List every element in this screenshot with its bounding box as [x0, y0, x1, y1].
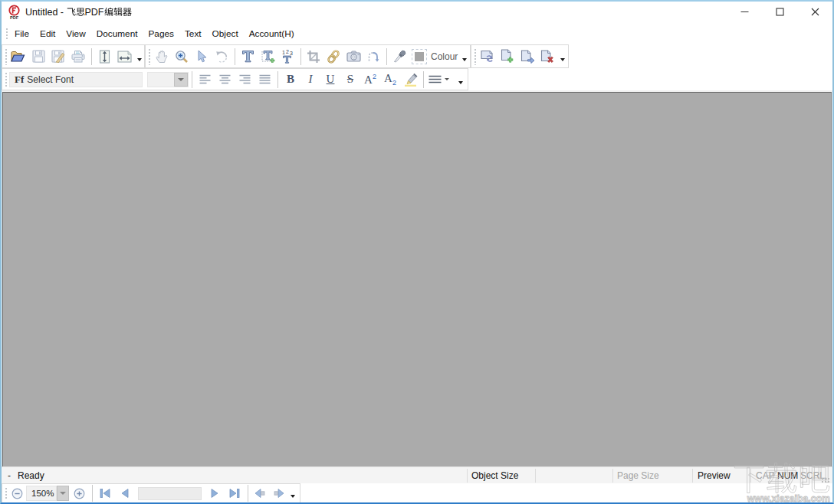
last-page-icon	[229, 489, 240, 498]
menu-object[interactable]: Object	[207, 25, 244, 43]
extract-pages-icon	[520, 50, 535, 64]
dropdown-caret-icon	[458, 81, 463, 84]
svg-text:2: 2	[286, 49, 289, 54]
first-page-button[interactable]	[95, 483, 115, 503]
fit-options-dropdown[interactable]	[134, 47, 144, 67]
crop-button[interactable]	[304, 47, 323, 67]
add-text-number-icon: 1 2 3	[281, 49, 294, 64]
svg-text:1: 1	[282, 50, 285, 55]
separator-line	[235, 48, 235, 65]
colour-dropdown[interactable]	[459, 47, 469, 67]
save-edit-icon	[51, 50, 66, 63]
rotate-pages-button[interactable]	[478, 47, 497, 67]
pages-toolbar-dropdown[interactable]	[557, 47, 567, 67]
previous-page-button[interactable]	[115, 483, 135, 503]
status-object-size: Object Size	[471, 470, 518, 481]
format-toolbar-overflow[interactable]	[455, 70, 465, 90]
eyedropper-button[interactable]	[389, 47, 409, 67]
line-width-button[interactable]	[426, 70, 443, 90]
page-number-input[interactable]	[138, 487, 202, 500]
navigation-toolbar-overflow[interactable]	[287, 483, 297, 503]
underline-button[interactable]: U	[320, 70, 340, 90]
open-button[interactable]	[8, 47, 28, 67]
zoom-in-button[interactable]	[69, 483, 89, 503]
hand-tool-button[interactable]	[152, 47, 172, 67]
tools-toolbar-grip[interactable]	[146, 47, 152, 65]
font-size-value	[148, 73, 174, 87]
snapshot-button[interactable]	[343, 47, 363, 67]
select-tool-button[interactable]	[192, 47, 212, 67]
zoom-out-button[interactable]	[8, 483, 25, 503]
strikethrough-button[interactable]: S	[340, 70, 360, 90]
link-button[interactable]	[323, 47, 343, 67]
curve-button[interactable]	[363, 47, 383, 67]
add-text-number-button[interactable]: 1 2 3	[277, 47, 297, 67]
align-center-icon	[219, 74, 231, 84]
pages-toolbar-grip[interactable]	[472, 47, 478, 65]
zoom-level-combobox[interactable]: 150%	[26, 486, 69, 501]
highlight-button[interactable]	[400, 70, 420, 90]
toolbar-separator	[231, 45, 238, 67]
font-name-combobox[interactable]: Ff Select Font	[9, 72, 143, 87]
menu-document[interactable]: Document	[91, 25, 143, 43]
align-left-button[interactable]	[195, 70, 215, 90]
next-view-button[interactable]	[269, 483, 287, 503]
superscript-button[interactable]: A2	[360, 70, 380, 90]
status-bar: - Ready Object Size Page Size Preview CA…	[2, 466, 832, 483]
previous-view-button[interactable]	[251, 483, 269, 503]
insert-pages-button[interactable]	[497, 47, 517, 67]
extract-pages-button[interactable]	[517, 47, 537, 67]
app-window: PDF Untitled - PDF File Edit View Docume…	[0, 0, 834, 504]
save-button[interactable]	[28, 47, 48, 67]
colour-picker[interactable]: Colour	[409, 49, 458, 64]
align-right-icon	[239, 74, 251, 84]
font-size-dropdown-button[interactable]	[174, 73, 188, 87]
print-button[interactable]	[68, 47, 88, 67]
delete-pages-button[interactable]	[537, 47, 557, 67]
menu-view[interactable]: View	[61, 25, 90, 43]
add-text-box-icon	[261, 50, 275, 64]
menu-account[interactable]: Account(H)	[244, 25, 300, 43]
font-size-combobox[interactable]	[147, 72, 189, 87]
align-right-button[interactable]	[235, 70, 254, 90]
highlight-icon	[403, 73, 418, 87]
align-justify-button[interactable]	[254, 70, 274, 90]
superscript-icon: A2	[364, 73, 376, 87]
menubar-grip[interactable]	[4, 27, 9, 41]
menu-pages[interactable]: Pages	[143, 25, 179, 43]
menu-edit[interactable]: Edit	[34, 25, 61, 43]
separator-line	[386, 48, 387, 65]
next-page-button[interactable]	[205, 483, 225, 503]
rotate-tool-button[interactable]	[212, 47, 231, 67]
zoom-level-dropdown-button[interactable]	[57, 486, 69, 501]
menu-bar: File Edit View Document Pages Text Objec…	[2, 22, 832, 44]
tools-toolbar: 1 2 3	[145, 44, 471, 68]
minimize-button[interactable]	[727, 2, 762, 22]
fit-height-button[interactable]	[94, 47, 114, 67]
strikethrough-icon: S	[347, 73, 353, 86]
statusbar-separator	[692, 469, 693, 483]
close-button[interactable]	[797, 2, 832, 22]
subscript-button[interactable]: A2	[380, 70, 400, 90]
navigation-toolbar-grip[interactable]	[3, 486, 8, 500]
menu-text[interactable]: Text	[179, 25, 207, 43]
italic-button[interactable]: I	[300, 70, 320, 90]
align-center-button[interactable]	[215, 70, 235, 90]
fit-width-button[interactable]	[114, 47, 134, 67]
add-text-button[interactable]	[238, 47, 258, 67]
line-width-dropdown[interactable]	[443, 70, 451, 90]
navigation-toolbar: 150%	[2, 483, 300, 503]
add-text-box-button[interactable]	[258, 47, 277, 67]
bold-button[interactable]: B	[281, 70, 300, 90]
document-canvas[interactable]	[2, 92, 832, 466]
menu-file[interactable]: File	[9, 25, 34, 43]
print-icon	[71, 50, 85, 63]
maximize-button[interactable]	[762, 2, 797, 22]
save-edit-button[interactable]	[48, 47, 68, 67]
fit-width-icon	[117, 51, 132, 63]
format-toolbar-grip[interactable]	[3, 71, 8, 87]
last-page-button[interactable]	[225, 483, 245, 503]
zoom-tool-button[interactable]	[172, 47, 192, 67]
file-toolbar-grip[interactable]	[3, 47, 8, 65]
insert-pages-icon	[501, 49, 514, 64]
